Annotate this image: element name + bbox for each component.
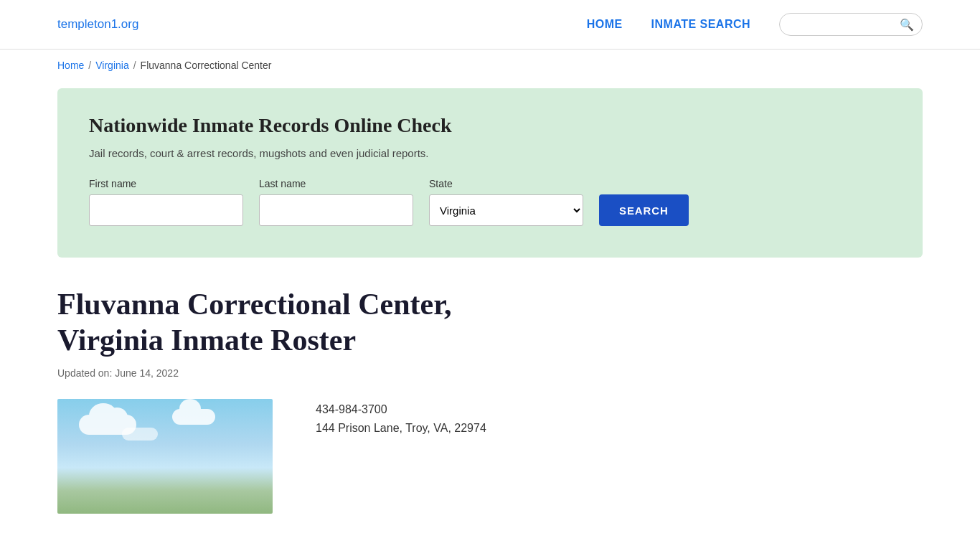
first-name-input[interactable] <box>89 194 243 226</box>
nav-home[interactable]: HOME <box>587 18 623 31</box>
facility-phone: 434-984-3700 <box>316 403 486 416</box>
breadcrumb-state[interactable]: Virginia <box>95 60 128 71</box>
main-content: Fluvanna Correctional Center, Virginia I… <box>0 279 980 542</box>
breadcrumb-current: Fluvanna Correctional Center <box>141 60 272 71</box>
search-form: First name Last name State Virginia SEAR… <box>89 178 891 226</box>
updated-date: Updated on: June 14, 2022 <box>57 367 923 379</box>
state-label: State <box>429 178 583 189</box>
header: templeton1.org HOME INMATE SEARCH 🔍 <box>0 0 980 50</box>
breadcrumb-separator-1: / <box>88 60 91 71</box>
cloud-3 <box>122 428 158 441</box>
cloud-2 <box>172 409 215 425</box>
inmate-search-section: Nationwide Inmate Records Online Check J… <box>57 88 923 258</box>
search-section-title: Nationwide Inmate Records Online Check <box>89 114 891 137</box>
last-name-label: Last name <box>259 178 413 189</box>
state-group: State Virginia <box>429 178 583 226</box>
breadcrumb-home[interactable]: Home <box>57 60 84 71</box>
first-name-group: First name <box>89 178 243 226</box>
nav: HOME INMATE SEARCH <box>587 18 750 31</box>
last-name-input[interactable] <box>259 194 413 226</box>
search-section-subtitle: Jail records, court & arrest records, mu… <box>89 147 891 159</box>
breadcrumb-separator-2: / <box>133 60 136 71</box>
breadcrumb: Home / Virginia / Fluvanna Correctional … <box>0 50 980 81</box>
facility-details: 434-984-3700 144 Prison Lane, Troy, VA, … <box>316 399 486 435</box>
site-logo[interactable]: templeton1.org <box>57 17 138 32</box>
first-name-label: First name <box>89 178 243 189</box>
search-button[interactable]: SEARCH <box>599 194 689 226</box>
facility-address: 144 Prison Lane, Troy, VA, 22974 <box>316 422 486 435</box>
nav-inmate-search[interactable]: INMATE SEARCH <box>651 18 750 31</box>
header-search-wrapper: 🔍 <box>779 13 923 36</box>
facility-image <box>57 399 273 514</box>
page-title: Fluvanna Correctional Center, Virginia I… <box>57 286 545 359</box>
state-select[interactable]: Virginia <box>429 194 583 226</box>
header-search-input[interactable] <box>779 13 923 36</box>
bottom-row: 434-984-3700 144 Prison Lane, Troy, VA, … <box>57 399 923 514</box>
last-name-group: Last name <box>259 178 413 226</box>
